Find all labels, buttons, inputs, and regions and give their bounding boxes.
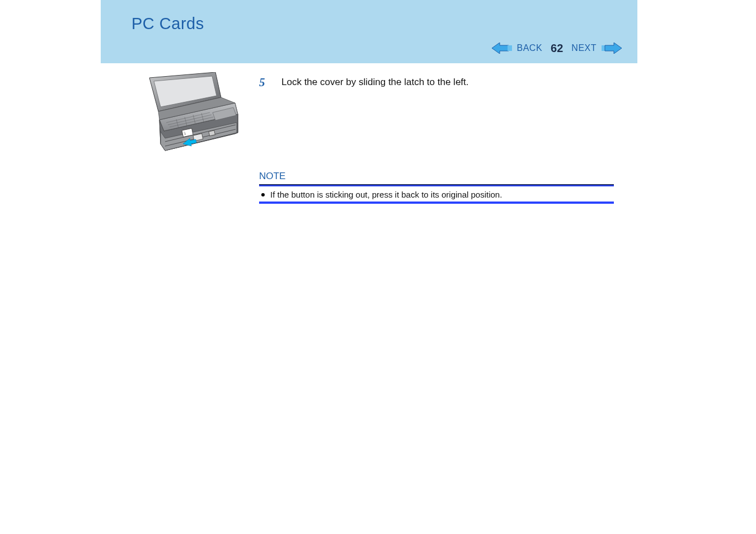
page-number: 62 bbox=[547, 42, 566, 55]
note-block: NOTE If the button is sticking out, pres… bbox=[259, 171, 614, 204]
note-divider-bottom bbox=[259, 202, 614, 204]
svg-rect-2 bbox=[508, 45, 512, 51]
arrow-left-icon[interactable] bbox=[492, 43, 512, 54]
nav-bar: BACK 62 NEXT bbox=[492, 41, 622, 55]
step-row: 5 Lock the cover by sliding the latch to… bbox=[259, 71, 621, 165]
bullet-icon bbox=[261, 193, 265, 196]
svg-marker-4 bbox=[605, 43, 622, 54]
note-text: If the button is sticking out, press it … bbox=[270, 190, 502, 199]
arrow-right-icon[interactable] bbox=[602, 43, 622, 54]
step-number: 5 bbox=[259, 76, 281, 90]
step-text: Lock the cover by sliding the latch to t… bbox=[281, 76, 469, 88]
svg-rect-12 bbox=[209, 130, 215, 136]
document-page: PC Cards BACK 62 NEXT bbox=[101, 0, 637, 534]
page-header: PC Cards BACK 62 NEXT bbox=[101, 0, 637, 63]
back-button[interactable]: BACK bbox=[515, 43, 544, 53]
page-title: PC Cards bbox=[101, 0, 637, 33]
note-heading: NOTE bbox=[259, 171, 614, 184]
content-area: ⤵ 5 Lock the cover by sliding the latch … bbox=[101, 63, 637, 204]
note-item: If the button is sticking out, press it … bbox=[259, 186, 614, 202]
laptop-illustration: ⤵ bbox=[126, 72, 241, 155]
next-button[interactable]: NEXT bbox=[570, 43, 598, 53]
svg-marker-0 bbox=[492, 43, 509, 54]
